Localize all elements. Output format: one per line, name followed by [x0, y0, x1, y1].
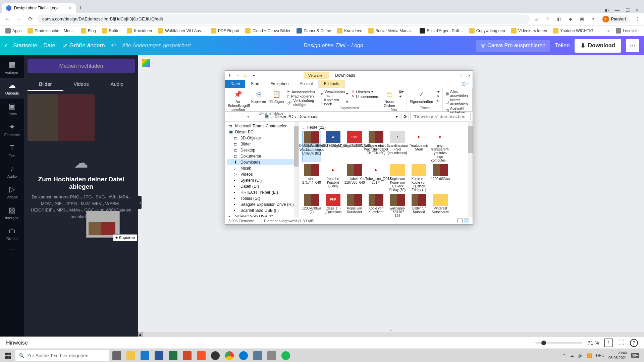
bookmark-item[interactable]: Wahlfächer WU Aus… — [156, 27, 207, 35]
edit-button[interactable]: ✎ — [436, 94, 440, 99]
tree-item[interactable]: 🗀Dokumente — [227, 153, 297, 159]
new-item-button[interactable]: ▦▾ — [398, 89, 404, 94]
rail-background[interactable]: ▨Hintergru… — [0, 202, 24, 223]
file-item[interactable]: Kopie von Kopie von 1) Black Friday (1) — [410, 164, 428, 192]
tree-scrollbar[interactable] — [294, 122, 299, 217]
zoom-knob[interactable] — [541, 341, 546, 345]
breadcrumb[interactable]: 💻 › Dieser PC › Downloads ▾ — [262, 113, 400, 120]
file-item[interactable]: PDFLectureSlides1_summer2021_with_annota… — [345, 131, 364, 162]
file-item[interactable]: ▶Youtube mit Stern — [410, 131, 428, 162]
upload-media-button[interactable]: Medien hochladen — [28, 59, 135, 73]
explorer-folder-icon[interactable]: 🗀 — [243, 73, 249, 78]
delete-button[interactable]: ✕Löschen ▾ — [352, 89, 378, 94]
rail-videos[interactable]: ▷Videos — [0, 182, 24, 202]
explorer-search[interactable] — [410, 113, 471, 120]
nav-forward[interactable]: → — [236, 113, 243, 120]
share-button[interactable]: Teilen — [555, 42, 570, 49]
tree-item[interactable]: ▪HI-TECH Treiber (E:) — [227, 189, 297, 195]
tree-item[interactable]: 💻Dieser PC — [227, 129, 297, 135]
rail-photos[interactable]: ▣Fotos — [0, 99, 24, 119]
file-item[interactable]: ▶YouTube_icon_(2013-2017) — [367, 164, 385, 192]
explorer-caret-icon[interactable]: ▾ — [251, 73, 257, 78]
explorer-titlebar[interactable]: ⬇ ▫ 🗀 ▾ Verwalten Downloads — ☐ × — [225, 71, 473, 80]
select-all-button[interactable]: ▦Alles auswählen — [445, 89, 470, 98]
bookmark-item[interactable]: Copywriting neu — [467, 27, 507, 35]
ext2-icon[interactable]: ◆ — [567, 16, 574, 22]
bookmark-item[interactable]: Kursideen — [335, 27, 364, 35]
ribbon-tab-start[interactable]: Start — [246, 80, 265, 88]
ext1-icon[interactable]: ◧ — [556, 16, 562, 22]
resize-menu[interactable]: ⤢Größe ändern — [63, 42, 105, 49]
file-item[interactable]: Kopie von Kursbilder — [345, 194, 364, 217]
bookmark-item[interactable]: Blog — [79, 27, 98, 35]
bookmark-overflow[interactable]: » — [605, 27, 612, 35]
file-item[interactable]: Pinterest Vorschauvi — [431, 194, 450, 217]
bookmark-item[interactable]: Social Media Mana… — [366, 27, 416, 35]
browser-tab[interactable]: Design ohne Titel – Logo × — [2, 3, 76, 13]
paste-button[interactable]: 📋Einfügen — [269, 89, 284, 104]
reload-button[interactable]: ⟳ — [26, 15, 34, 23]
zoom-icon[interactable]: ⊕ — [533, 16, 540, 22]
tree-item[interactable]: ⬇Downloads — [227, 159, 297, 165]
account-icon[interactable]: ◐ — [605, 7, 609, 13]
download-button[interactable]: ⬇Download — [575, 39, 621, 53]
bookmark-item[interactable]: Bois d'Argent Duft… — [418, 27, 465, 35]
paste-link-button[interactable]: 🔗Verknüpfung einfügen — [287, 99, 315, 107]
copy-to-button[interactable]: ⎘Kopieren nach ▾ — [321, 98, 348, 106]
pin-quickaccess[interactable]: 📌An Schnellzugriff anheften — [228, 89, 248, 112]
forward-button[interactable]: → — [15, 15, 23, 23]
tray-expand-icon[interactable]: ⌃ — [562, 353, 566, 358]
language-indicator[interactable]: DEU — [596, 353, 604, 358]
tree-item[interactable]: ▪Tobias (G:) — [227, 195, 297, 201]
file-item[interactable]: wallpaper-1531107 128 — [388, 194, 407, 217]
scrollbar-thumb[interactable]: ◂ — [138, 332, 143, 337]
file-item[interactable]: Kopie von Kursbilder — [367, 194, 385, 217]
open-button[interactable]: ▫▾ — [436, 89, 440, 94]
bookmark-item[interactable]: Kursideen — [125, 27, 154, 35]
rail-more[interactable]: ⋯ — [9, 245, 15, 253]
taskbar-spotify[interactable] — [279, 349, 292, 362]
doc-title[interactable]: Design ohne Titel – Logo — [304, 43, 363, 49]
ext3-icon[interactable]: ▣ — [579, 16, 585, 22]
crumb-dropdown-icon[interactable]: ▾ — [396, 114, 398, 119]
explorer-file-icon[interactable]: ▫ — [235, 73, 240, 78]
network-icon[interactable]: 📶 — [587, 353, 592, 358]
panel-tab-videos[interactable]: Videos — [63, 78, 99, 91]
file-item[interactable]: 1200x630wa (2) — [302, 194, 321, 217]
start-button[interactable] — [1, 349, 15, 362]
rail-audio[interactable]: ♪Audio — [0, 161, 24, 182]
files-scrollbar[interactable] — [468, 122, 473, 217]
file-item[interactable]: ▶Youtube Kursbild Quality — [324, 164, 342, 192]
home-link[interactable]: Startseite — [13, 42, 37, 49]
taskbar-app-generic2[interactable] — [265, 349, 278, 362]
tree-item[interactable]: ♪Musik — [227, 165, 297, 171]
tree-item[interactable]: ▪System (C:) — [227, 177, 297, 183]
taskbar-powerpoint[interactable] — [180, 349, 194, 362]
file-item[interactable]: ●Scandinavianz - Sol (soundcloud) — [388, 131, 407, 162]
file-item[interactable]: Kopie von Kopie von 1) Black Friday (80) — [388, 164, 407, 192]
nav-back[interactable]: ← — [227, 113, 234, 120]
ribbon-tab-imagetools[interactable]: Bildtools — [319, 80, 345, 88]
view-icons-icon[interactable] — [464, 219, 469, 223]
copy-path-button[interactable]: ⎍Pfad kopieren — [287, 94, 315, 98]
tree-item[interactable]: 🗀Microsoft Teams-Chatdateien — [227, 123, 297, 129]
maximize-icon[interactable]: ☐ — [626, 7, 630, 13]
new-folder-button[interactable]: 🗀Neuer Ordner — [384, 89, 395, 108]
bookmark-item[interactable]: Youtube WICHTIG — [551, 27, 595, 35]
cut-button[interactable]: ✂Ausschneiden — [287, 89, 315, 94]
upload-thumbnail[interactable] — [28, 94, 95, 141]
close-icon[interactable]: × — [468, 73, 471, 78]
panel-tab-images[interactable]: Bilder — [28, 78, 63, 91]
move-to-button[interactable]: ▶Verschieben nach ▾ — [321, 89, 348, 98]
profile-badge[interactable]: T Pausiert — [601, 15, 629, 23]
rename-button[interactable]: ✎Umbenennen — [352, 94, 378, 99]
taskbar-app-generic1[interactable] — [251, 349, 264, 362]
back-chevron-icon[interactable]: ‹ — [5, 41, 7, 50]
horizontal-scrollbar[interactable]: ◂ — [138, 332, 644, 337]
new-tab-button[interactable]: + — [76, 3, 85, 13]
file-item[interactable]: ▶png-transparent-youtube-logo-computer-… — [431, 131, 450, 162]
ribbon-tab-share[interactable]: Freigeben — [265, 80, 294, 88]
group-header[interactable]: ⌄ Heute (22) — [302, 124, 469, 131]
extensions-icon[interactable]: ✦ — [590, 16, 597, 22]
address-input[interactable] — [38, 14, 530, 24]
